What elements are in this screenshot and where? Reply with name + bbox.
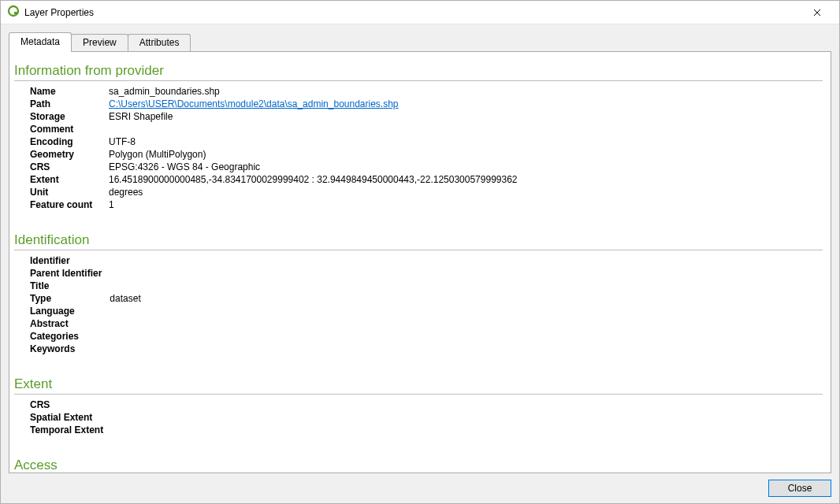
label-type: Type bbox=[30, 293, 110, 306]
qgis-icon bbox=[7, 5, 20, 20]
dialog-button-row: Close bbox=[9, 473, 831, 497]
svg-point-0 bbox=[9, 6, 18, 16]
window-close-button[interactable] bbox=[801, 2, 833, 24]
client-area: Metadata Preview Attributes Information … bbox=[1, 24, 839, 503]
value-parent-identifier bbox=[110, 268, 140, 280]
label-name: Name bbox=[30, 86, 109, 98]
table-row: Encoding UTF-8 bbox=[30, 136, 518, 149]
label-encoding: Encoding bbox=[30, 136, 109, 149]
close-button[interactable]: Close bbox=[768, 480, 831, 497]
tab-attributes[interactable]: Attributes bbox=[128, 34, 191, 51]
label-temporal-extent: Temporal Extent bbox=[30, 424, 111, 437]
label-title: Title bbox=[30, 280, 110, 293]
tab-preview[interactable]: Preview bbox=[71, 34, 128, 51]
layer-properties-window: Layer Properties Metadata Preview Attrib… bbox=[0, 0, 840, 504]
value-unit: degrees bbox=[109, 187, 518, 199]
window-title: Layer Properties bbox=[24, 7, 801, 18]
label-language: Language bbox=[30, 306, 110, 318]
value-ident-title bbox=[110, 280, 140, 293]
label-keywords: Keywords bbox=[30, 343, 110, 356]
label-identifier: Identifier bbox=[30, 255, 110, 268]
svg-rect-1 bbox=[14, 12, 18, 14]
provider-table: Name sa_admin_boundaries.shp Path C:\Use… bbox=[30, 86, 518, 212]
value-feature-count: 1 bbox=[109, 199, 518, 212]
label-storage: Storage bbox=[30, 111, 109, 124]
label-comment: Comment bbox=[30, 124, 109, 136]
label-categories: Categories bbox=[30, 331, 110, 343]
table-row: Unit degrees bbox=[30, 187, 518, 199]
value-geometry: Polygon (MultiPolygon) bbox=[109, 149, 518, 161]
identification-table: Identifier Parent Identifier Title Type … bbox=[30, 255, 141, 356]
label-extent-crs: CRS bbox=[30, 399, 111, 412]
label-extent: Extent bbox=[30, 174, 109, 187]
section-divider bbox=[14, 394, 823, 395]
table-row: Parent Identifier bbox=[30, 268, 141, 280]
table-row: Keywords bbox=[30, 343, 141, 356]
metadata-scroll[interactable]: Information from provider Name sa_admin_… bbox=[9, 52, 831, 472]
section-provider-title: Information from provider bbox=[14, 63, 823, 79]
value-extent: 16.4518900000000485,-34.8341700029999402… bbox=[109, 174, 518, 187]
table-row: Abstract bbox=[30, 318, 141, 331]
table-row: Storage ESRI Shapefile bbox=[30, 111, 518, 124]
titlebar: Layer Properties bbox=[1, 1, 839, 24]
label-crs: CRS bbox=[30, 161, 109, 174]
table-row: Type dataset bbox=[30, 293, 141, 306]
value-language bbox=[110, 306, 140, 318]
table-row: Name sa_admin_boundaries.shp bbox=[30, 86, 518, 98]
label-geometry: Geometry bbox=[30, 149, 109, 161]
label-parent-identifier: Parent Identifier bbox=[30, 268, 110, 280]
value-identifier bbox=[110, 255, 140, 268]
section-extent-title: Extent bbox=[14, 376, 823, 392]
table-row: Spatial Extent bbox=[30, 412, 111, 424]
label-path: Path bbox=[30, 98, 109, 111]
table-row: CRS EPSG:4326 - WGS 84 - Geographic bbox=[30, 161, 518, 174]
table-row: Title bbox=[30, 280, 141, 293]
table-row: Language bbox=[30, 306, 141, 318]
table-row: Path C:\Users\USER\Documents\module2\dat… bbox=[30, 98, 518, 111]
table-row: Temporal Extent bbox=[30, 424, 111, 437]
value-type: dataset bbox=[110, 293, 140, 306]
table-row: Geometry Polygon (MultiPolygon) bbox=[30, 149, 518, 161]
extent-table: CRS Spatial Extent Temporal Extent bbox=[30, 399, 111, 437]
section-identification-title: Identification bbox=[14, 232, 823, 248]
value-storage: ESRI Shapefile bbox=[109, 111, 518, 124]
value-name: sa_admin_boundaries.shp bbox=[109, 86, 518, 98]
table-row: Identifier bbox=[30, 255, 141, 268]
tab-page: Information from provider Name sa_admin_… bbox=[9, 51, 831, 473]
value-comment bbox=[109, 124, 518, 136]
value-keywords bbox=[110, 343, 140, 356]
value-crs: EPSG:4326 - WGS 84 - Geographic bbox=[109, 161, 518, 174]
table-row: Feature count 1 bbox=[30, 199, 518, 212]
section-divider bbox=[14, 80, 823, 81]
table-row: Extent 16.4518900000000485,-34.834170002… bbox=[30, 174, 518, 187]
table-row: CRS bbox=[30, 399, 111, 412]
label-feature-count: Feature count bbox=[30, 199, 109, 212]
tab-metadata[interactable]: Metadata bbox=[9, 32, 72, 52]
value-abstract bbox=[110, 318, 140, 331]
section-access-title: Access bbox=[14, 458, 823, 472]
label-unit: Unit bbox=[30, 187, 109, 199]
tab-bar: Metadata Preview Attributes bbox=[9, 32, 831, 51]
value-encoding: UTF-8 bbox=[109, 136, 518, 149]
close-icon bbox=[813, 9, 821, 17]
table-row: Categories bbox=[30, 331, 141, 343]
label-abstract: Abstract bbox=[30, 318, 110, 331]
section-divider bbox=[14, 250, 823, 250]
label-spatial-extent: Spatial Extent bbox=[30, 412, 111, 424]
value-path-link[interactable]: C:\Users\USER\Documents\module2\data\sa_… bbox=[109, 98, 399, 109]
table-row: Comment bbox=[30, 124, 518, 136]
value-categories bbox=[110, 331, 140, 343]
